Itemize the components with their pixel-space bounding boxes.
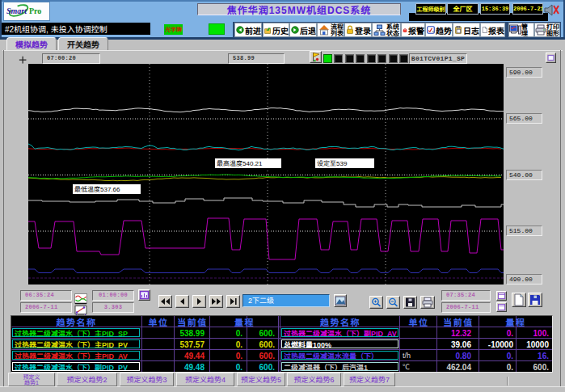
svg-text:Smart: Smart	[6, 6, 27, 15]
svg-text:Pro: Pro	[29, 6, 41, 15]
